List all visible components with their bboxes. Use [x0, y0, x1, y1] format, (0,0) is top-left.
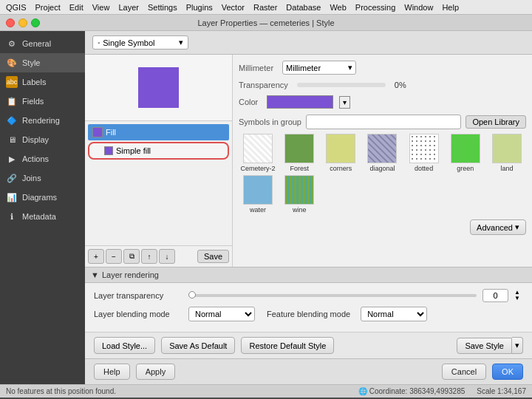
menu-web[interactable]: Web	[330, 3, 346, 12]
save-layer-button[interactable]: Save	[197, 250, 229, 263]
sidebar-item-display[interactable]: 🖥 Display	[0, 130, 85, 149]
menu-database[interactable]: Database	[286, 3, 321, 12]
diagonal-thumb	[367, 134, 397, 163]
menu-plugins[interactable]: Plugins	[186, 3, 213, 12]
advanced-label: Advanced	[477, 223, 513, 232]
layer-item-simple-fill[interactable]: Simple fill	[88, 142, 229, 160]
symbol-forest[interactable]: Forest	[280, 134, 318, 172]
sidebar-item-diagrams[interactable]: 📊 Diagrams	[0, 188, 85, 207]
corners-thumb	[326, 134, 355, 163]
menu-layer[interactable]: Layer	[118, 3, 139, 12]
color-arrow[interactable]: ▾	[339, 96, 350, 109]
layer-transparency-value: 0	[482, 289, 508, 302]
metadata-icon: ℹ	[6, 211, 18, 222]
remove-layer-button[interactable]: −	[106, 249, 122, 264]
diagonal-label: diagonal	[369, 165, 395, 172]
unit-row: Millimeter Millimeter ▾	[239, 61, 526, 75]
sidebar-item-fields[interactable]: 📋 Fields	[0, 92, 85, 111]
restore-default-button[interactable]: Restore Default Style	[241, 337, 334, 354]
layer-item-fill[interactable]: Fill	[88, 124, 229, 140]
green-thumb	[451, 134, 480, 163]
minimize-button[interactable]	[18, 18, 27, 27]
sidebar-item-general[interactable]: ⚙ General	[0, 34, 85, 53]
sidebar-item-labels[interactable]: abc Labels	[0, 72, 85, 92]
menu-window[interactable]: Window	[404, 3, 433, 12]
symbol-grid: Cemetery-2 Forest corners diagonal	[239, 134, 526, 214]
sidebar-label-joins: Joins	[22, 174, 41, 183]
menu-project[interactable]: Project	[35, 3, 61, 12]
menu-vector[interactable]: Vector	[222, 3, 245, 12]
menu-edit[interactable]: Edit	[69, 3, 83, 12]
coordinate-label: Coordinate:	[369, 387, 408, 395]
open-library-button[interactable]: Open Library	[466, 115, 526, 129]
close-button[interactable]	[6, 18, 15, 27]
menu-processing[interactable]: Processing	[355, 3, 395, 12]
symbol-cemetery[interactable]: Cemetery-2	[239, 134, 277, 172]
sidebar-item-style[interactable]: 🎨 Style	[0, 53, 85, 72]
layer-list: Fill Simple fill	[85, 121, 232, 245]
duplicate-icon: ⧉	[129, 252, 134, 261]
save-label: Save	[204, 252, 222, 261]
move-down-button[interactable]: ↓	[159, 249, 175, 264]
add-layer-button[interactable]: +	[88, 249, 104, 264]
apply-button[interactable]: Apply	[136, 364, 176, 380]
unit-arrow: ▾	[348, 63, 352, 72]
save-default-button[interactable]: Save As Default	[161, 337, 235, 354]
feature-blending-select[interactable]: Normal	[361, 307, 427, 321]
symbol-type-label: Single Symbol	[103, 38, 154, 47]
section-collapse-icon[interactable]: ▼	[91, 270, 99, 279]
layer-transparency-slider[interactable]	[188, 294, 477, 297]
layer-blending-select[interactable]: Normal	[188, 307, 255, 321]
symbol-dotted[interactable]: dotted	[405, 134, 443, 172]
symbol-land[interactable]: land	[488, 134, 526, 172]
menu-raster[interactable]: Raster	[253, 3, 277, 12]
symbol-wine[interactable]: wine	[280, 175, 318, 214]
sidebar-label-display: Display	[22, 135, 49, 144]
sidebar-item-rendering[interactable]: 🔷 Rendering	[0, 111, 85, 130]
symbol-diagonal[interactable]: diagonal	[363, 134, 401, 172]
layer-transparency-label: Layer transparency	[94, 291, 183, 300]
color-picker[interactable]	[267, 95, 333, 109]
sidebar-item-actions[interactable]: ▶ Actions	[0, 149, 85, 168]
symbols-group-input[interactable]	[306, 115, 461, 129]
scale-label: Scale	[477, 387, 495, 395]
cancel-button[interactable]: Cancel	[442, 364, 486, 380]
load-style-button[interactable]: Load Style...	[94, 337, 155, 354]
transparency-slider[interactable]	[297, 83, 386, 87]
duplicate-layer-button[interactable]: ⧉	[123, 249, 140, 264]
menu-qgis[interactable]: QGIS	[6, 3, 27, 12]
down-icon: ↓	[166, 253, 169, 261]
sidebar-label-actions: Actions	[22, 154, 49, 163]
transparency-label: Transparency	[239, 81, 288, 89]
window-title: Layer Properties — cemeteries | Style	[197, 18, 334, 27]
save-style-button[interactable]: Save Style	[457, 338, 512, 354]
menu-settings[interactable]: Settings	[148, 3, 177, 12]
slider-thumb	[188, 291, 196, 299]
section-title: Layer rendering	[102, 270, 159, 279]
title-bar: Layer Properties — cemeteries | Style	[0, 15, 532, 31]
maximize-button[interactable]	[31, 18, 40, 27]
sidebar-item-metadata[interactable]: ℹ Metadata	[0, 207, 85, 226]
layer-blending-label: Layer blending mode	[94, 310, 183, 318]
move-up-button[interactable]: ↑	[141, 249, 157, 264]
symbol-type-select[interactable]: ▪ Single Symbol ▾	[92, 35, 188, 50]
symbols-group-row: Symbols in group Open Library	[239, 115, 526, 129]
symbol-corners[interactable]: corners	[321, 134, 360, 172]
help-button[interactable]: Help	[94, 364, 130, 380]
menu-bar: QGIS Project Edit View Layer Settings Pl…	[0, 0, 532, 15]
advanced-button[interactable]: Advanced ▾	[470, 219, 526, 235]
fill-swatch	[92, 127, 103, 137]
simple-fill-label: Simple fill	[116, 146, 151, 155]
symbol-green[interactable]: green	[446, 134, 485, 172]
menu-help[interactable]: Help	[442, 3, 459, 12]
menu-view[interactable]: View	[92, 3, 110, 12]
dotted-label: dotted	[415, 165, 433, 172]
sidebar-item-joins[interactable]: 🔗 Joins	[0, 168, 85, 188]
symbol-water[interactable]: water	[239, 175, 277, 214]
symbol-type-arrow: ▾	[179, 38, 183, 47]
save-style-group: Save Style ▾	[457, 337, 523, 354]
save-style-arrow-button[interactable]: ▾	[512, 337, 523, 354]
transparency-down[interactable]: ▼	[514, 296, 523, 301]
unit-select[interactable]: Millimeter ▾	[282, 61, 356, 75]
ok-button[interactable]: OK	[492, 364, 523, 380]
